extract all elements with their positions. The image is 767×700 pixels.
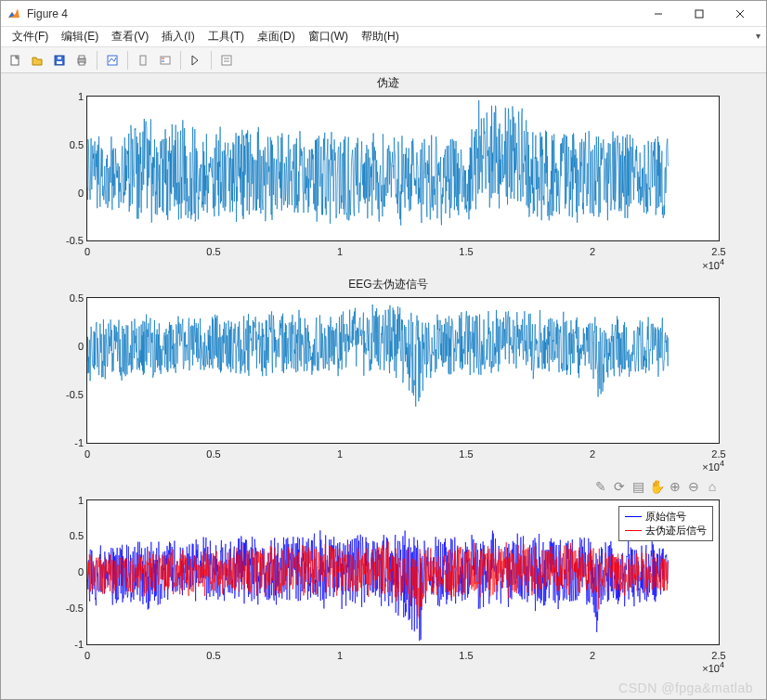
xtick: 1.5 — [459, 448, 473, 460]
data-cursor-icon[interactable]: ▤ — [630, 479, 645, 494]
xtick: 0.5 — [206, 246, 220, 257]
legend-label-clean: 去伪迹后信号 — [645, 524, 707, 538]
ytick: -0.5 — [46, 389, 84, 400]
xtick: 0.5 — [206, 448, 220, 460]
xtick: 0.5 — [206, 650, 220, 661]
x-exponent-label: ×104 — [702, 459, 724, 473]
signal-artifact — [87, 97, 719, 240]
maximize-button[interactable] — [679, 1, 720, 27]
brush-icon[interactable]: ✎ — [593, 479, 608, 494]
zoom-out-icon[interactable]: ⊖ — [686, 479, 701, 494]
new-file-icon[interactable] — [5, 50, 25, 71]
plot-title: 伪迹 — [38, 75, 738, 91]
edit-plot-icon[interactable] — [186, 50, 206, 71]
svg-rect-10 — [79, 62, 84, 65]
ytick: 0.5 — [46, 139, 84, 150]
xtick: 2 — [590, 246, 595, 257]
xtick: 1.5 — [459, 650, 473, 661]
svg-rect-6 — [57, 61, 62, 64]
matlab-icon — [6, 6, 21, 21]
print-icon[interactable] — [72, 50, 92, 71]
toolbar-separator — [211, 51, 212, 70]
svg-rect-13 — [161, 57, 170, 64]
minimize-button[interactable] — [638, 1, 679, 27]
xtick: 2.5 — [711, 246, 725, 257]
toolbar-separator — [97, 51, 98, 70]
menu-window[interactable]: 窗口(W) — [303, 27, 354, 46]
pan-icon[interactable]: ✋ — [649, 479, 664, 494]
menubar: 文件(F) 编辑(E) 查看(V) 插入(I) 工具(T) 桌面(D) 窗口(W… — [1, 27, 766, 47]
xtick: 2 — [590, 448, 595, 460]
svg-rect-16 — [222, 56, 231, 65]
toolbar-separator — [180, 51, 181, 70]
axes-toolbar: ✎ ⟳ ▤ ✋ ⊕ ⊖ ⌂ — [593, 479, 720, 494]
ytick: 0 — [46, 188, 84, 199]
ytick: 1 — [46, 91, 84, 102]
legend-swatch-red — [625, 530, 642, 531]
svg-rect-1 — [696, 10, 703, 18]
menu-insert[interactable]: 插入(I) — [156, 27, 200, 46]
xtick: 0 — [84, 246, 90, 257]
plot-title: EEG去伪迹信号 — [38, 277, 738, 292]
figure-canvas: 伪迹 -0.500.5100.511.522.5×104 EEG去伪迹信号 -1… — [1, 73, 766, 699]
xtick: 1 — [337, 246, 343, 257]
x-exponent-label: ×104 — [702, 257, 724, 271]
subplot-2: EEG去伪迹信号 -1-0.500.500.511.522.5×104 — [38, 293, 738, 469]
insert-legend-icon[interactable] — [155, 50, 176, 71]
ytick: 0 — [46, 341, 84, 352]
insert-colorbar-icon[interactable] — [133, 50, 153, 71]
link-plot-icon[interactable] — [102, 50, 123, 71]
axes-1[interactable]: -0.500.5100.511.522.5×104 — [86, 96, 720, 241]
close-button[interactable] — [720, 1, 760, 27]
svg-rect-7 — [58, 57, 61, 59]
menu-file[interactable]: 文件(F) — [6, 27, 54, 46]
menu-desktop[interactable]: 桌面(D) — [252, 27, 301, 46]
xtick: 0 — [84, 650, 90, 661]
xtick: 1 — [337, 650, 343, 661]
rotate-icon[interactable]: ⟳ — [612, 479, 627, 494]
x-exponent-label: ×104 — [702, 660, 724, 674]
home-icon[interactable]: ⌂ — [705, 479, 720, 494]
legend-swatch-blue — [625, 516, 642, 517]
figure-window: Figure 4 文件(F) 编辑(E) 查看(V) 插入(I) 工具(T) 桌… — [0, 0, 767, 700]
ytick: 0.5 — [46, 292, 84, 304]
save-icon[interactable] — [49, 50, 70, 71]
ytick: 1 — [46, 495, 84, 506]
legend[interactable]: 原始信号 去伪迹后信号 — [618, 506, 713, 541]
ytick: 0.5 — [46, 530, 84, 541]
titlebar: Figure 4 — [1, 1, 766, 27]
toolbar — [1, 47, 766, 73]
legend-entry-clean: 去伪迹后信号 — [625, 524, 707, 538]
open-icon[interactable] — [27, 50, 47, 71]
watermark: CSDN @fpga&matlab — [618, 681, 753, 695]
menu-view[interactable]: 查看(V) — [106, 27, 154, 46]
svg-rect-11 — [108, 56, 117, 65]
xtick: 2.5 — [711, 448, 725, 460]
axes-3[interactable]: 原始信号 去伪迹后信号 -1-0.500.5100.511.522.5×104 — [86, 499, 720, 645]
property-inspector-icon[interactable] — [216, 50, 237, 71]
menu-tools[interactable]: 工具(T) — [202, 27, 250, 46]
menu-overflow-icon[interactable]: ▾ — [756, 31, 760, 41]
ytick: -0.5 — [46, 603, 84, 614]
ytick: -1 — [46, 639, 84, 650]
subplots-container: 伪迹 -0.500.5100.511.522.5×104 EEG去伪迹信号 -1… — [38, 92, 738, 671]
svg-rect-12 — [140, 56, 146, 65]
window-title: Figure 4 — [27, 7, 68, 20]
signal-eeg-clean — [87, 298, 719, 442]
legend-label-raw: 原始信号 — [645, 510, 686, 524]
subplot-3: ✎ ⟳ ▤ ✋ ⊕ ⊖ ⌂ 原始信号 — [38, 496, 738, 671]
ytick: -0.5 — [46, 235, 84, 246]
zoom-in-icon[interactable]: ⊕ — [668, 479, 682, 494]
ytick: -1 — [46, 437, 84, 448]
menu-edit[interactable]: 编辑(E) — [56, 27, 104, 46]
xtick: 2 — [590, 650, 595, 661]
xtick: 1 — [337, 448, 343, 460]
xtick: 0 — [84, 448, 90, 460]
subplot-1: 伪迹 -0.500.5100.511.522.5×104 — [38, 92, 738, 267]
axes-2[interactable]: -1-0.500.500.511.522.5×104 — [86, 297, 720, 443]
menu-help[interactable]: 帮助(H) — [356, 27, 405, 46]
toolbar-separator — [127, 51, 128, 70]
xtick: 2.5 — [711, 650, 725, 661]
xtick: 1.5 — [459, 246, 473, 257]
ytick: 0 — [46, 566, 84, 577]
